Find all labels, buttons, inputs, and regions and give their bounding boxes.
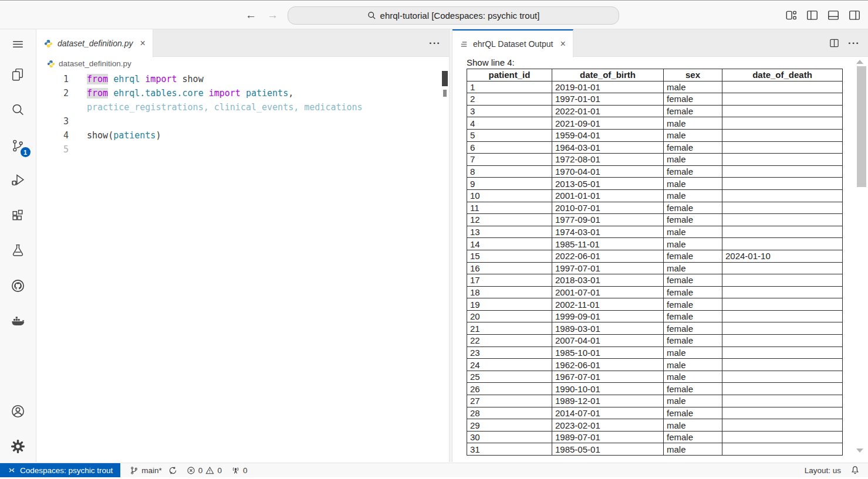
problems-indicator[interactable]: 0 0 <box>187 466 222 475</box>
sidebar-item-run-debug[interactable] <box>8 170 28 190</box>
table-row: 141985-11-01male <box>467 238 843 250</box>
code-line: 1from ehrql import show <box>37 72 449 86</box>
table-cell: 1999-09-01 <box>552 310 664 322</box>
table-row: 42021-09-01male <box>467 117 843 130</box>
table-cell <box>722 129 843 141</box>
table-row: 71972-08-01male <box>467 154 843 166</box>
tab-ehrql-dataset-output[interactable]: ehrQL Dataset Output × <box>452 29 573 57</box>
tab-label: dataset_definition.py <box>58 39 133 48</box>
sync-icon <box>168 466 177 475</box>
table-row: 32022-01-01female <box>467 105 843 117</box>
code-editor[interactable]: 1from ehrql import show2from ehrql.table… <box>37 71 449 462</box>
panel-more-actions-icon[interactable]: ··· <box>848 38 860 49</box>
table-row: 222007-04-01female <box>467 335 843 347</box>
layout-indicator[interactable]: Layout: us <box>805 466 841 475</box>
table-cell: 17 <box>467 274 552 287</box>
settings-button[interactable] <box>8 436 28 456</box>
table-cell <box>722 383 843 395</box>
table-cell <box>722 214 843 226</box>
table-cell: 2023-02-01 <box>552 419 664 432</box>
table-cell: 9 <box>467 178 552 190</box>
table-cell: 1962-06-01 <box>552 359 664 371</box>
toggle-primary-sidebar-icon[interactable] <box>806 9 819 22</box>
table-cell: 2 <box>467 93 552 106</box>
table-cell: male <box>664 238 722 250</box>
table-row: 12019-01-01male <box>467 81 843 93</box>
table-cell: female <box>664 407 722 419</box>
scroll-down-arrow[interactable] <box>856 449 863 453</box>
line-number: 1 <box>37 72 69 86</box>
remote-indicator[interactable]: Codespaces: psychic trout <box>0 463 120 477</box>
table-cell: 22 <box>467 335 552 347</box>
table-row: 121977-09-01female <box>467 214 843 226</box>
table-cell: 2024-01-10 <box>722 250 843 262</box>
table-cell: 24 <box>467 359 552 371</box>
line-number: 5 <box>37 142 69 157</box>
table-cell: 30 <box>467 431 552 443</box>
split-editor-icon[interactable] <box>829 38 840 49</box>
code-lines: 1from ehrql import show2from ehrql.table… <box>37 71 449 157</box>
table-row: 241962-06-01male <box>467 359 843 371</box>
table-cell <box>722 322 843 335</box>
close-tab-icon[interactable]: × <box>140 39 145 48</box>
table-cell: male <box>664 178 722 190</box>
sidebar-item-testing[interactable] <box>8 240 28 260</box>
sidebar-item-explorer[interactable] <box>8 64 28 84</box>
sidebar-item-docker[interactable] <box>8 311 28 331</box>
sidebar-item-source-control[interactable]: 1 <box>8 135 28 155</box>
close-tab-icon[interactable]: × <box>560 39 565 49</box>
table-cell: male <box>664 81 722 93</box>
table-cell: 29 <box>467 419 552 432</box>
table-cell <box>722 395 843 407</box>
ports-indicator[interactable]: 0 <box>231 466 248 475</box>
table-cell: 10 <box>467 189 552 202</box>
tab-dataset-definition[interactable]: dataset_definition.py × <box>37 29 153 57</box>
table-cell: 12 <box>467 214 552 226</box>
table-cell: male <box>664 226 722 238</box>
table-cell: 1974-03-01 <box>552 226 664 238</box>
scm-badge: 1 <box>21 147 31 157</box>
notifications-bell-icon[interactable] <box>850 466 860 475</box>
table-row: 192002-11-01female <box>467 298 843 311</box>
column-header: date_of_death <box>722 69 843 81</box>
table-cell: 26 <box>467 383 552 395</box>
breadcrumb[interactable]: dataset_definition.py <box>37 57 449 70</box>
sidebar-item-search[interactable] <box>8 100 28 120</box>
sidebar-item-extensions[interactable] <box>8 206 28 226</box>
table-cell <box>722 178 843 190</box>
branch-indicator[interactable]: main* <box>130 466 177 475</box>
sidebar-item-github[interactable] <box>8 276 28 295</box>
dataset-table: patient_iddate_of_birthsexdate_of_death1… <box>467 69 843 456</box>
table-cell: female <box>664 274 722 287</box>
table-cell <box>722 154 843 166</box>
table-cell <box>722 189 843 202</box>
table-cell: 15 <box>467 250 552 262</box>
table-cell <box>722 335 843 347</box>
table-cell: 18 <box>467 286 552 298</box>
table-cell <box>722 359 843 371</box>
scroll-up-arrow[interactable] <box>856 60 863 64</box>
webview-scrollbar-thumb[interactable] <box>857 66 866 187</box>
customize-layout-icon[interactable] <box>785 9 798 22</box>
table-cell: male <box>664 117 722 130</box>
remote-icon <box>8 466 16 474</box>
forward-icon[interactable]: → <box>267 9 278 22</box>
table-cell <box>722 165 843 178</box>
radio-tower-icon <box>231 466 240 475</box>
table-cell: 20 <box>467 310 552 322</box>
table-cell: 2010-07-01 <box>552 202 664 214</box>
table-cell: 16 <box>467 262 552 274</box>
table-cell: 2022-06-01 <box>552 250 664 262</box>
toggle-secondary-sidebar-icon[interactable] <box>848 9 861 22</box>
table-row: 311985-05-01male <box>467 443 843 456</box>
accounts-button[interactable] <box>8 401 28 421</box>
editor-more-actions-icon[interactable]: ··· <box>429 38 441 49</box>
back-icon[interactable]: ← <box>245 9 256 22</box>
table-cell: female <box>664 310 722 322</box>
toggle-panel-icon[interactable] <box>827 9 840 22</box>
command-center-search[interactable]: ehrql-tutorial [Codespaces: psychic trou… <box>288 6 619 25</box>
table-header-row: patient_iddate_of_birthsexdate_of_death <box>467 69 843 81</box>
editor-scrollbar-thumb[interactable] <box>442 71 448 86</box>
table-cell: female <box>664 335 722 347</box>
menu-button[interactable] <box>8 34 28 54</box>
